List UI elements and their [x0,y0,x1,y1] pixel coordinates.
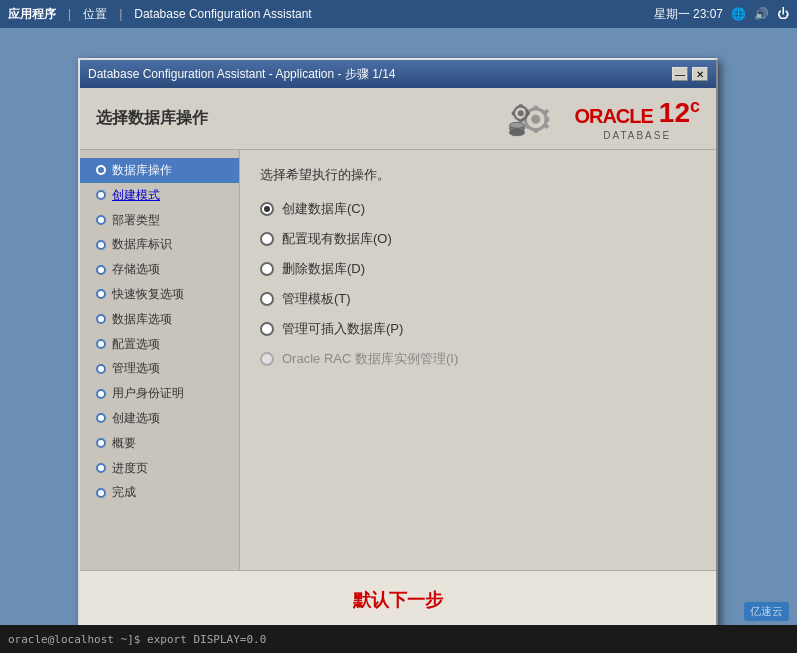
sidebar-dot-7 [96,314,106,324]
content-area: 选择希望执行的操作。 创建数据库(C) 配置现有数据库(O) [240,150,716,570]
sidebar-item-deploy-type[interactable]: 部署类型 [80,208,239,233]
radio-circle-2 [260,232,274,246]
sidebar-label-2: 创建模式 [112,187,160,204]
titlebar-buttons: — ✕ [672,67,708,81]
radio-manage-pluggable[interactable]: 管理可插入数据库(P) [260,320,696,338]
taskbar-right: 星期一 23:07 🌐 🔊 ⏻ [654,6,789,23]
terminal-bar: oracle@localhost ~]$ export DISPLAY=0.0 [0,625,797,653]
radio-circle-3 [260,262,274,276]
oracle-text: ORACLE [574,105,652,128]
radio-label-3: 删除数据库(D) [282,260,365,278]
sidebar-label-11: 创建选项 [112,410,160,427]
sidebar-label-4: 数据库标识 [112,236,172,253]
sidebar-item-recovery[interactable]: 快速恢复选项 [80,282,239,307]
sidebar-item-progress[interactable]: 进度页 [80,456,239,481]
volume-icon: 🔊 [754,7,769,21]
minimize-button[interactable]: — [672,67,688,81]
oracle-database-label: DATABASE [574,130,700,141]
sidebar-dot-14 [96,488,106,498]
svg-rect-5 [545,117,550,122]
radio-label-5: 管理可插入数据库(P) [282,320,403,338]
taskbar-position-menu[interactable]: 位置 [83,6,107,23]
radio-circle-5 [260,322,274,336]
sidebar-dot-2 [96,190,106,200]
taskbar-left: 应用程序 | 位置 | Database Configuration Assis… [8,6,312,23]
svg-point-18 [510,130,525,136]
sidebar-dot-12 [96,438,106,448]
sidebar-item-db-operation[interactable]: 数据库操作 [80,158,239,183]
content-instruction: 选择希望执行的操作。 [260,166,696,184]
dialog-title: Database Configuration Assistant - Appli… [88,66,396,83]
sidebar-dot-6 [96,289,106,299]
svg-point-19 [510,122,525,128]
oracle-brand: ORACLE 12c DATABASE [574,96,700,140]
hint-area: 默认下一步 [80,570,716,630]
radio-circle-4 [260,292,274,306]
network-icon: 🌐 [731,7,746,21]
sidebar-label-6: 快速恢复选项 [112,286,184,303]
svg-rect-12 [519,104,523,107]
radio-label-4: 管理模板(T) [282,290,351,308]
sidebar: 数据库操作 创建模式 部署类型 数据库标识 [80,150,240,570]
sidebar-item-config[interactable]: 配置选项 [80,332,239,357]
radio-manage-template[interactable]: 管理模板(T) [260,290,696,308]
sidebar-dot-5 [96,265,106,275]
sidebar-item-create-mode[interactable]: 创建模式 [80,183,239,208]
watermark: 亿速云 [744,602,789,621]
taskbar-time: 星期一 23:07 [654,6,723,23]
radio-label-6: Oracle RAC 数据库实例管理(I) [282,350,458,368]
radio-create-db[interactable]: 创建数据库(C) [260,200,696,218]
terminal-text: oracle@localhost ~]$ export DISPLAY=0.0 [8,633,266,646]
sidebar-label-10: 用户身份证明 [112,385,184,402]
close-button[interactable]: ✕ [692,67,708,81]
taskbar-separator: | [68,7,71,21]
radio-label-2: 配置现有数据库(O) [282,230,392,248]
sidebar-dot-9 [96,364,106,374]
sidebar-item-complete[interactable]: 完成 [80,480,239,505]
sidebar-dot-11 [96,413,106,423]
gear-icon [502,96,562,141]
radio-delete-db[interactable]: 删除数据库(D) [260,260,696,278]
sidebar-dot-3 [96,215,106,225]
svg-rect-14 [512,111,515,115]
sidebar-item-credentials[interactable]: 用户身份证明 [80,381,239,406]
sidebar-item-manage[interactable]: 管理选项 [80,356,239,381]
taskbar-title: Database Configuration Assistant [134,7,311,21]
sidebar-item-storage[interactable]: 存储选项 [80,257,239,282]
sidebar-label-3: 部署类型 [112,212,160,229]
svg-rect-15 [527,111,530,115]
svg-rect-2 [534,106,539,111]
sidebar-label-14: 完成 [112,484,136,501]
radio-circle-6 [260,352,274,366]
sidebar-label-9: 管理选项 [112,360,160,377]
radio-group: 创建数据库(C) 配置现有数据库(O) 删除数据库(D) [260,200,696,368]
sidebar-dot-4 [96,240,106,250]
svg-point-1 [532,115,541,124]
taskbar: 应用程序 | 位置 | Database Configuration Assis… [0,0,797,28]
oracle-logo: ORACLE 12c DATABASE [502,96,700,141]
oracle-version: 12c [659,96,700,129]
sidebar-label-1: 数据库操作 [112,162,172,179]
power-icon[interactable]: ⏻ [777,7,789,21]
radio-oracle-rac: Oracle RAC 数据库实例管理(I) [260,350,696,368]
sidebar-item-db-id[interactable]: 数据库标识 [80,232,239,257]
sidebar-dot-1 [96,165,106,175]
radio-configure-db[interactable]: 配置现有数据库(O) [260,230,696,248]
radio-circle-1 [260,202,274,216]
dialog-titlebar: Database Configuration Assistant - Appli… [80,60,716,88]
sidebar-label-13: 进度页 [112,460,148,477]
sidebar-item-db-options[interactable]: 数据库选项 [80,307,239,332]
radio-label-1: 创建数据库(C) [282,200,365,218]
sidebar-item-create-options[interactable]: 创建选项 [80,406,239,431]
sidebar-dot-10 [96,389,106,399]
sidebar-dot-8 [96,339,106,349]
dialog-content: 选择数据库操作 [80,88,716,653]
sidebar-label-8: 配置选项 [112,336,160,353]
sidebar-item-summary[interactable]: 概要 [80,431,239,456]
dialog-window: Database Configuration Assistant - Appli… [78,58,718,653]
svg-point-11 [518,110,524,116]
sidebar-label-5: 存储选项 [112,261,160,278]
dialog-body: 数据库操作 创建模式 部署类型 数据库标识 [80,150,716,570]
desktop: Database Configuration Assistant - Appli… [0,28,797,653]
taskbar-app-menu[interactable]: 应用程序 [8,6,56,23]
